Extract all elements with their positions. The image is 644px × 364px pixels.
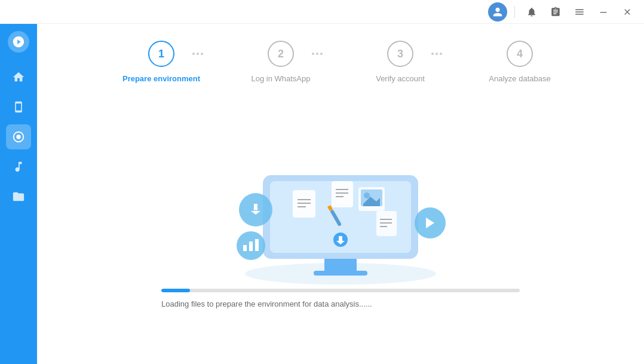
step-4: 4 Analyze database: [460, 41, 579, 83]
step-2-header: 2: [221, 41, 341, 67]
illustration-area: Loading files to prepare the environment…: [37, 95, 644, 364]
dot: [201, 53, 203, 55]
step-3-circle: 3: [387, 41, 413, 67]
svg-rect-31: [254, 204, 257, 210]
content-area: 1 Prepare environment 2: [37, 24, 644, 364]
svg-point-1: [16, 134, 20, 139]
progress-bar-fill: [161, 289, 190, 292]
sidebar-item-music[interactable]: [6, 154, 31, 179]
sidebar: [0, 24, 37, 364]
progress-bar-track: [161, 289, 520, 292]
svg-rect-4: [314, 271, 367, 276]
illustration-svg: [215, 145, 466, 289]
svg-rect-36: [255, 239, 259, 251]
title-bar: [0, 0, 644, 24]
svg-point-17: [364, 192, 370, 198]
dot: [316, 53, 318, 55]
step-1-dots: [174, 53, 221, 55]
svg-rect-27: [339, 236, 342, 241]
progress-text: Loading files to prepare the environment…: [161, 299, 520, 308]
step-1-label: Prepare environment: [122, 74, 200, 83]
menu-icon[interactable]: [570, 2, 589, 22]
sidebar-item-whatsapp[interactable]: [6, 124, 31, 149]
step-3-header: 3: [341, 41, 460, 67]
dot: [440, 53, 442, 55]
dot: [192, 53, 195, 55]
svg-rect-35: [249, 241, 253, 251]
dot: [320, 53, 323, 55]
sidebar-item-home[interactable]: [6, 65, 31, 90]
svg-rect-34: [243, 245, 247, 251]
step-4-header: 4: [460, 41, 579, 67]
clipboard-icon[interactable]: [546, 2, 565, 22]
close-icon[interactable]: [618, 2, 637, 22]
step-3-dots: [413, 53, 460, 55]
step-1-header: 1: [102, 41, 221, 67]
step-3: 3 Verify account: [341, 41, 460, 83]
svg-rect-11: [332, 181, 353, 207]
dot: [197, 53, 199, 55]
separator: [514, 6, 515, 18]
steps-container: 1 Prepare environment 2: [37, 24, 644, 95]
user-avatar[interactable]: [488, 2, 507, 22]
app-logo[interactable]: [8, 31, 29, 53]
step-2-circle: 2: [268, 41, 294, 67]
step-2-label: Log in WhatsApp: [251, 74, 310, 83]
sidebar-item-device[interactable]: [6, 94, 31, 120]
dot: [431, 53, 434, 55]
step-1: 1 Prepare environment: [102, 41, 221, 83]
title-bar-icons: [488, 2, 637, 22]
minimize-icon[interactable]: [594, 2, 613, 22]
dot: [312, 53, 314, 55]
step-2-dots: [294, 53, 341, 55]
step-3-label: Verify account: [376, 74, 425, 83]
dot: [436, 53, 438, 55]
step-4-circle: 4: [507, 41, 533, 67]
step-1-circle: 1: [148, 41, 174, 67]
progress-section: Loading files to prepare the environment…: [161, 289, 520, 314]
bell-icon[interactable]: [522, 2, 541, 22]
step-2: 2 Log in WhatsApp: [221, 41, 341, 83]
main-layout: 1 Prepare environment 2: [0, 24, 644, 364]
sidebar-item-files[interactable]: [6, 184, 31, 209]
step-4-label: Analyze database: [489, 74, 550, 83]
